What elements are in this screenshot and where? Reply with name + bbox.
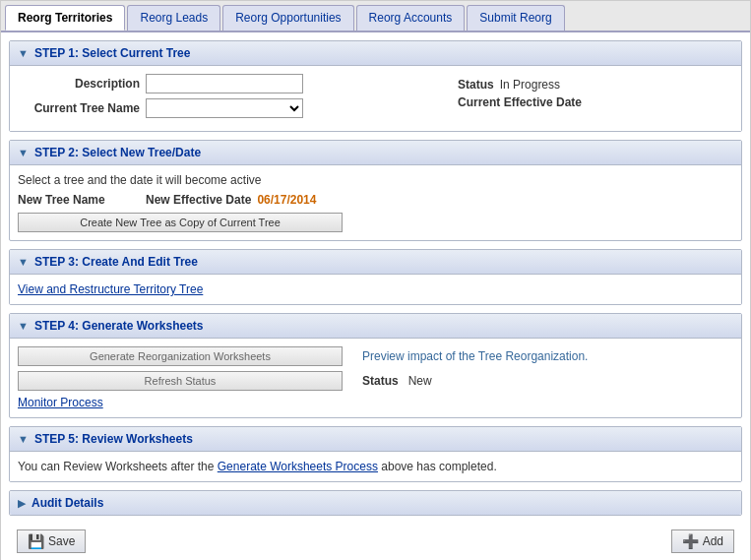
tab-reorg-leads[interactable]: Reorg Leads <box>127 5 220 31</box>
generate-row: Generate Reorganization Worksheets Previ… <box>18 346 733 366</box>
new-effective-date-label: New Effective Date <box>146 193 251 207</box>
step2-title: STEP 2: Select New Tree/Date <box>34 146 201 159</box>
step3-title: STEP 3: Create And Edit Tree <box>34 255 198 269</box>
step4-status-label: Status <box>362 374 399 388</box>
generate-worksheets-button[interactable]: Generate Reorganization Worksheets <box>18 346 343 366</box>
audit-title: Audit Details <box>31 496 103 510</box>
description-label: Description <box>18 77 146 91</box>
step2-description: Select a tree and the date it will becom… <box>18 173 733 187</box>
step2-collapse-icon[interactable]: ▼ <box>18 147 29 158</box>
new-effective-date-value: 06/17/2014 <box>257 193 316 207</box>
step4-header: ▼ STEP 4: Generate Worksheets <box>10 314 741 339</box>
status-label: Status <box>458 78 494 92</box>
refresh-row: Refresh Status Status New <box>18 371 733 391</box>
current-effective-date-label: Current Effective Date <box>458 95 582 109</box>
add-button[interactable]: ➕ Add <box>671 529 734 553</box>
step5-title: STEP 5: Review Worksheets <box>34 432 193 446</box>
step3-header: ▼ STEP 3: Create And Edit Tree <box>10 250 741 275</box>
new-tree-name-label: New Tree Name <box>18 193 146 207</box>
restructure-link[interactable]: View and Restructure Territory Tree <box>18 282 203 296</box>
step4-section: ▼ STEP 4: Generate Worksheets Generate R… <box>9 313 742 418</box>
step3-body: View and Restructure Territory Tree <box>10 275 741 304</box>
step2-names-row: New Tree Name New Effective Date 06/17/2… <box>18 193 733 207</box>
tab-reorg-opportunities[interactable]: Reorg Opportunities <box>222 5 353 31</box>
copy-btn-row: Create New Tree as Copy of Current Tree <box>18 213 733 232</box>
step4-body: Generate Reorganization Worksheets Previ… <box>10 339 741 417</box>
step5-section: ▼ STEP 5: Review Worksheets You can Revi… <box>9 426 742 482</box>
refresh-status-button[interactable]: Refresh Status <box>18 371 343 391</box>
monitor-process-link[interactable]: Monitor Process <box>18 396 103 409</box>
step4-collapse-icon[interactable]: ▼ <box>18 320 29 332</box>
page-content: ▼ STEP 1: Select Current Tree Descriptio… <box>1 32 750 560</box>
step3-section: ▼ STEP 3: Create And Edit Tree View and … <box>9 249 742 305</box>
footer: 💾 Save ➕ Add <box>9 524 742 559</box>
step1-section: ▼ STEP 1: Select Current Tree Descriptio… <box>9 40 742 132</box>
current-tree-select[interactable] <box>146 98 303 118</box>
step2-section: ▼ STEP 2: Select New Tree/Date Select a … <box>9 140 742 241</box>
step2-body: Select a tree and the date it will becom… <box>10 165 741 240</box>
add-label: Add <box>703 534 723 548</box>
current-tree-row: Current Tree Name <box>18 98 458 118</box>
tab-submit-reorg[interactable]: Submit Reorg <box>467 5 564 31</box>
add-icon: ➕ <box>682 533 699 549</box>
status-value: In Progress <box>500 78 560 92</box>
step5-collapse-icon[interactable]: ▼ <box>18 433 29 445</box>
preview-text: Preview impact of the Tree Reorganizatio… <box>362 349 588 363</box>
copy-tree-button[interactable]: Create New Tree as Copy of Current Tree <box>18 213 343 232</box>
step2-header: ▼ STEP 2: Select New Tree/Date <box>10 141 741 165</box>
audit-expand-icon[interactable]: ▶ <box>18 497 26 510</box>
step1-collapse-icon[interactable]: ▼ <box>18 47 29 59</box>
save-icon: 💾 <box>28 533 44 549</box>
step1-status-row: Status In Progress <box>458 78 733 92</box>
step5-body: You can Review Worksheets after the Gene… <box>10 452 741 481</box>
save-label: Save <box>48 534 75 548</box>
step1-body: Description Current Tree Name Status <box>10 66 741 131</box>
monitor-row: Monitor Process <box>18 396 733 409</box>
tab-bar: Reorg Territories Reorg Leads Reorg Oppo… <box>1 1 750 32</box>
step1-header: ▼ STEP 1: Select Current Tree <box>10 41 741 66</box>
description-row: Description <box>18 74 458 93</box>
step5-text-after: above has completed. <box>378 460 497 473</box>
step1-title: STEP 1: Select Current Tree <box>34 46 191 60</box>
step3-collapse-icon[interactable]: ▼ <box>18 256 29 268</box>
main-container: Reorg Territories Reorg Leads Reorg Oppo… <box>0 0 751 560</box>
current-tree-label: Current Tree Name <box>18 101 146 115</box>
description-input[interactable] <box>146 74 303 93</box>
step4-status-value: New <box>408 374 432 388</box>
step5-header: ▼ STEP 5: Review Worksheets <box>10 427 741 452</box>
audit-section: ▶ Audit Details <box>9 490 742 516</box>
audit-header: ▶ Audit Details <box>10 491 741 515</box>
save-button[interactable]: 💾 Save <box>17 529 86 553</box>
tab-reorg-territories[interactable]: Reorg Territories <box>5 5 125 31</box>
tab-reorg-accounts[interactable]: Reorg Accounts <box>356 5 466 31</box>
step4-title: STEP 4: Generate Worksheets <box>34 319 204 333</box>
generate-worksheets-link[interactable]: Generate Worksheets Process <box>218 460 378 473</box>
step5-text-before: You can Review Worksheets after the <box>18 460 218 473</box>
